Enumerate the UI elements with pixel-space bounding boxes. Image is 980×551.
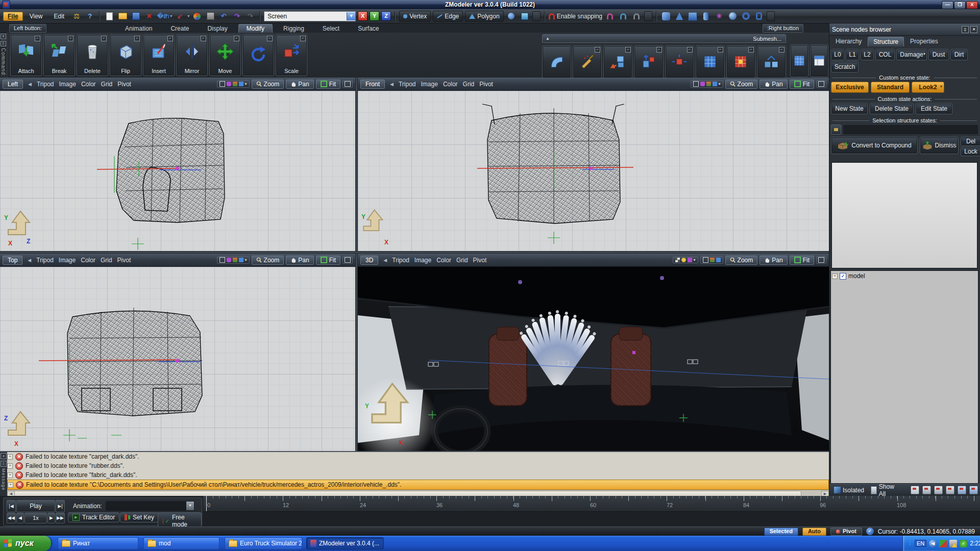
step-forward-fast-button[interactable]: ▶▶ (56, 513, 65, 523)
enable-snapping-label[interactable]: Enable snapping (557, 13, 602, 20)
show-all-button[interactable]: Show All (869, 483, 904, 498)
play-button[interactable]: Play (16, 500, 55, 512)
maximize-viewport-button[interactable] (342, 256, 353, 264)
menu-image[interactable]: Image (59, 257, 76, 264)
tool-options-icon[interactable]: ⌐ (134, 36, 140, 41)
filter-blank-icon[interactable] (911, 486, 919, 494)
fit-button[interactable]: Fit (316, 256, 340, 265)
selection-extra-button[interactable] (532, 11, 541, 21)
primitive-box-icon[interactable] (660, 11, 672, 21)
help-icon[interactable]: ? (84, 11, 95, 21)
lod-dust-button[interactable]: Dust (928, 49, 949, 60)
material-globe-icon[interactable] (191, 11, 203, 21)
language-indicator[interactable]: EN (915, 540, 926, 547)
export-icon[interactable]: �th⇗ (157, 11, 168, 21)
menu-pivot[interactable]: Pivot (117, 257, 131, 264)
submesh-grid-tool[interactable]: ⌐ (696, 45, 725, 78)
menu-grid[interactable]: Grid (456, 257, 468, 264)
confirm-check-icon[interactable]: ✓ (866, 528, 874, 535)
network-tray-icon[interactable] (939, 540, 947, 547)
chevron-left-icon[interactable]: ◀ (383, 258, 387, 263)
edge-mode-button[interactable]: Edge (433, 11, 463, 22)
tab-surface[interactable]: Surface (350, 24, 386, 33)
log-row-highlighted[interactable]: +✕ Failed to locate texture "C:\Document… (7, 480, 829, 490)
expand-icon[interactable]: + (8, 482, 13, 488)
timeline-ruler[interactable]: 0 12 24 36 48 60 72 84 96 108 (203, 496, 980, 512)
polygon-mode-button[interactable]: Polygon (465, 11, 503, 22)
step-back-button[interactable]: ◀ (16, 513, 24, 523)
primitive-cube-icon[interactable] (687, 11, 698, 21)
chevron-left-icon[interactable]: ◀ (28, 82, 32, 87)
snap-edge-icon[interactable] (618, 11, 629, 21)
delete-icon[interactable]: ✕ (143, 11, 155, 21)
tool-options-icon[interactable]: ⌐ (300, 36, 306, 41)
axis-x-button[interactable]: X (358, 11, 368, 21)
task-zmodeler[interactable]: ZModeler ver 3.0.4 (... (306, 537, 384, 549)
tool-options-icon[interactable]: ⌐ (68, 36, 74, 41)
extra-grid-tool[interactable] (790, 44, 808, 77)
tab-modify[interactable]: Modify (238, 24, 273, 33)
combo-dropdown-icon[interactable]: ▾ (186, 502, 194, 510)
collapse-icon[interactable]: ▲ (546, 36, 550, 41)
move-tool[interactable]: ⌐ Move (209, 34, 241, 76)
redo-icon[interactable]: ↷ (231, 11, 242, 21)
shading-mode-icons[interactable]: ▾ (217, 256, 250, 264)
chevron-down-icon[interactable]: ▾ (719, 82, 721, 86)
step-forward-button[interactable]: ▶ (47, 513, 55, 523)
close-icon[interactable]: x (1, 34, 6, 39)
tab-animation[interactable]: Animation (117, 24, 160, 33)
axis-y-button[interactable]: Y (370, 11, 379, 21)
menu-tripod[interactable]: Tripod (399, 81, 416, 88)
track-editor-button[interactable]: ▶Track Editor (68, 512, 119, 522)
viewport-splitter-vertical[interactable] (355, 78, 358, 451)
log-row[interactable]: +✕ Failed to locate texture "fabric_dark… (7, 470, 829, 480)
viewport-left-canvas[interactable]: Y Z X (0, 91, 355, 251)
primitive-cone-icon[interactable] (674, 11, 685, 21)
primitive-sphere-icon[interactable] (727, 11, 738, 21)
tool-options-icon[interactable]: ⌐ (201, 36, 206, 41)
viewport-name-button[interactable]: 3D (360, 256, 378, 265)
menu-grid[interactable]: Grid (101, 81, 113, 88)
break-tool[interactable]: ⌐ Break (43, 34, 75, 76)
task-mod[interactable]: mod (143, 537, 219, 549)
task-rinat[interactable]: Ринат (58, 537, 138, 549)
pivot-button[interactable]: Pivot (830, 528, 862, 536)
log-row[interactable]: +✕ Failed to locate texture "carpet_dark… (7, 452, 829, 462)
import-dropdown-icon[interactable]: ▾ (187, 14, 189, 18)
extra-table-tool[interactable] (810, 44, 828, 77)
pin-icon[interactable]: ▯ (962, 26, 969, 33)
viewport-top[interactable]: Top ◀ Tripod Image Color Grid Pivot ▾ Zo… (0, 254, 355, 451)
new-file-icon[interactable] (104, 11, 115, 21)
pan-button[interactable]: Pan (286, 80, 313, 89)
snap-extra-button[interactable] (644, 11, 652, 21)
expand-icon[interactable]: + (7, 454, 13, 460)
menu-grid[interactable]: Grid (463, 81, 475, 88)
shading-mode-icons[interactable]: ▾ (691, 80, 723, 88)
step-back-fast-button[interactable]: ◀◀ (7, 513, 16, 523)
tool-options-icon[interactable]: ⌐ (234, 36, 239, 41)
chevron-left-icon[interactable]: ◀ (28, 258, 31, 263)
viewport-front[interactable]: Front ◀ Tripod Image Color Grid Pivot ▾ … (358, 78, 829, 251)
pan-button[interactable]: Pan (760, 256, 787, 265)
viewport-name-button[interactable]: Left (3, 80, 23, 89)
menu-file[interactable]: File (3, 12, 23, 21)
menu-color[interactable]: Color (443, 81, 458, 88)
shading-mode-icons[interactable]: ▾ (217, 80, 250, 88)
delete-tool[interactable]: ⌐ Delete (77, 34, 108, 76)
tab-rigging[interactable]: Rigging (276, 24, 312, 33)
state-name-field[interactable] (843, 125, 978, 134)
close-icon[interactable]: x (1, 453, 7, 459)
fit-button[interactable]: Fit (316, 80, 340, 89)
speed-button[interactable]: 1x (24, 513, 47, 523)
new-state-button[interactable]: New State (831, 103, 868, 114)
delete-state-button[interactable]: Delete State (870, 103, 914, 114)
import-icon[interactable]: ⇙ (174, 11, 185, 21)
expand-up-icon[interactable] (922, 486, 931, 494)
viewport-left[interactable]: Left ◀ Tripod Image Color Grid Pivot ▾ Z… (0, 78, 355, 251)
pan-button[interactable]: Pan (286, 256, 313, 265)
warning-tray-icon[interactable] (949, 540, 957, 547)
convert-to-compound-button[interactable]: Convert to Compound (831, 137, 918, 154)
antivirus-tray-icon[interactable]: ✓ (960, 540, 967, 547)
tab-create[interactable]: Create (163, 24, 197, 33)
tab-hierarchy[interactable]: Hierarchy (830, 37, 867, 46)
